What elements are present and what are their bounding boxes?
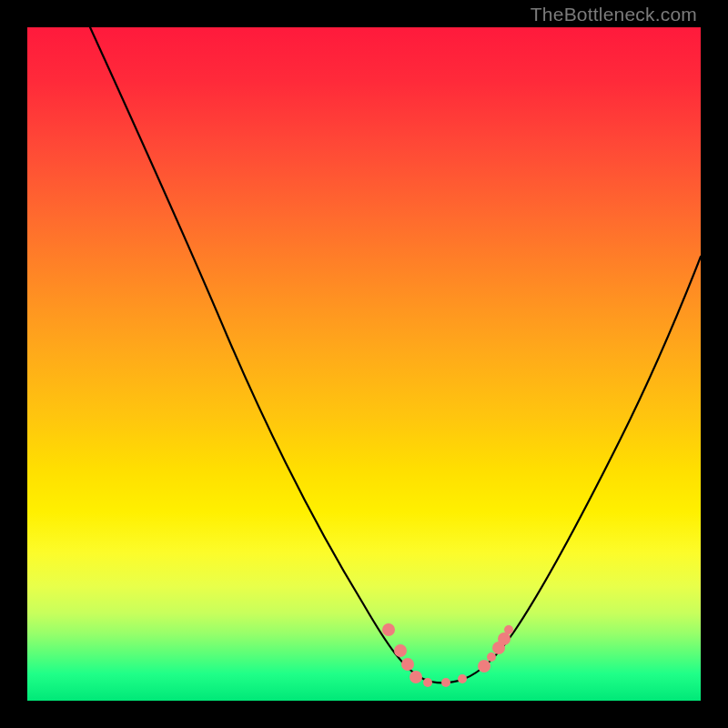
plot-area <box>27 27 701 701</box>
curve-marker <box>504 625 513 634</box>
curve-marker <box>478 660 490 672</box>
chart-frame: TheBottleneck.com <box>0 0 728 728</box>
curve-marker <box>487 652 496 662</box>
curve-marker <box>441 678 450 687</box>
marker-group <box>382 623 513 687</box>
curve-marker <box>410 671 422 683</box>
curve-marker <box>498 632 511 645</box>
curve-marker <box>401 658 414 671</box>
curve-marker <box>382 623 395 636</box>
curve-marker <box>394 644 407 657</box>
curve-layer <box>27 27 701 701</box>
bottleneck-curve <box>90 27 701 683</box>
watermark-text: TheBottleneck.com <box>531 4 697 25</box>
curve-marker <box>423 678 432 687</box>
curve-marker <box>458 674 467 683</box>
